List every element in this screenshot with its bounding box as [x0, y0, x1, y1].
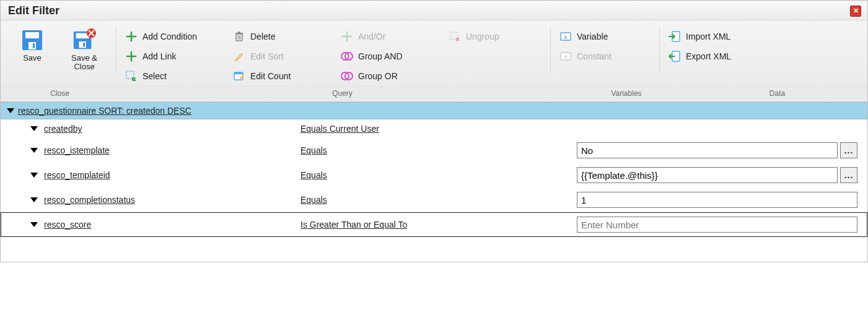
- condition-operator-link[interactable]: Equals: [300, 170, 327, 180]
- condition-operator-link[interactable]: Is Greater Than or Equal To: [300, 220, 407, 230]
- condition-operator-column: Is Greater Than or Equal To: [300, 220, 573, 230]
- expand-triangle-icon[interactable]: [30, 197, 38, 202]
- condition-field-link[interactable]: resco_completionstatus: [44, 195, 135, 205]
- condition-value-input[interactable]: [577, 217, 857, 233]
- ribbon-group-variables: x Variable π Constant: [551, 24, 659, 86]
- pencil-icon: [233, 50, 245, 62]
- and-or-button[interactable]: And/Or: [338, 27, 444, 46]
- ungroup-button[interactable]: Ungroup: [446, 27, 551, 46]
- svg-rect-3: [33, 43, 35, 48]
- condition-operator-column: Equals Current User: [300, 124, 573, 134]
- variable-icon: x: [559, 30, 572, 43]
- filter-condition-row[interactable]: resco_scoreIs Greater Than or Equal To: [1, 212, 867, 237]
- delete-label: Delete: [250, 32, 275, 41]
- select-icon: [125, 70, 138, 82]
- filter-condition-row[interactable]: resco_templateidEquals...: [1, 163, 867, 187]
- value-picker-button[interactable]: ...: [840, 167, 857, 183]
- condition-value-column: [577, 192, 862, 208]
- export-xml-button[interactable]: Export XML: [666, 46, 771, 66]
- import-xml-label: Import XML: [686, 32, 730, 41]
- condition-field-link[interactable]: resco_score: [44, 220, 91, 230]
- ribbon-group-close: Save Save & Close: [4, 24, 116, 86]
- ribbon-label-close: Close: [1, 86, 119, 101]
- edit-count-button[interactable]: Edit Count: [230, 66, 336, 86]
- svg-rect-6: [79, 41, 85, 48]
- and-or-label: And/Or: [358, 32, 385, 41]
- trash-icon: [233, 30, 245, 43]
- export-icon: [669, 50, 681, 62]
- condition-operator-column: Equals: [300, 145, 573, 155]
- window-close-button[interactable]: ✕: [850, 6, 861, 17]
- save-and-close-button[interactable]: Save & Close: [63, 27, 106, 73]
- ribbon: Save Save & Close Add Condition: [1, 20, 867, 102]
- constant-button[interactable]: π Constant: [557, 46, 662, 66]
- condition-field-column: createdby: [30, 124, 297, 134]
- ribbon-label-variables: Variables: [566, 86, 687, 101]
- condition-operator-link[interactable]: Equals Current User: [300, 124, 379, 134]
- export-xml-label: Export XML: [686, 51, 731, 61]
- plus-icon: [125, 30, 138, 43]
- ungroup-icon: [449, 30, 461, 43]
- add-condition-button[interactable]: Add Condition: [123, 27, 228, 46]
- ribbon-group-query: Add Condition Delete And/Or Ungroup: [116, 24, 550, 86]
- edit-sort-button[interactable]: Edit Sort: [230, 46, 336, 66]
- delete-button[interactable]: Delete: [230, 27, 336, 46]
- variable-button[interactable]: x Variable: [557, 27, 662, 46]
- filter-root-row[interactable]: resco_questionnaire SORT: createdon DESC: [1, 102, 867, 119]
- group-or-button[interactable]: Group OR: [338, 66, 444, 86]
- condition-field-link[interactable]: resco_istemplate: [44, 145, 110, 155]
- save-icon: [20, 28, 45, 53]
- ribbon-group-data: Import XML Export XML: [660, 24, 768, 86]
- edit-count-label: Edit Count: [250, 71, 291, 81]
- titlebar: Edit Filter ✕: [1, 1, 867, 20]
- expand-triangle-icon[interactable]: [30, 148, 38, 153]
- edit-count-icon: [233, 70, 245, 82]
- condition-operator-link[interactable]: Equals: [300, 195, 327, 205]
- group-or-icon: [341, 70, 353, 82]
- condition-operator-column: Equals: [300, 170, 573, 180]
- add-condition-label: Add Condition: [142, 32, 197, 41]
- group-and-button[interactable]: Group AND: [338, 46, 444, 66]
- save-close-icon: [72, 28, 97, 53]
- expand-triangle-icon[interactable]: [30, 222, 38, 227]
- ribbon-label-data: Data: [687, 86, 867, 101]
- select-label: Select: [142, 71, 167, 81]
- filter-condition-row[interactable]: createdbyEquals Current User: [1, 119, 867, 138]
- condition-field-column: resco_score: [30, 220, 297, 230]
- condition-field-link[interactable]: createdby: [44, 124, 82, 134]
- svg-text:x: x: [564, 33, 568, 40]
- condition-value-input[interactable]: [577, 142, 838, 158]
- expand-triangle-icon[interactable]: [30, 126, 38, 131]
- close-icon: ✕: [853, 7, 859, 14]
- add-link-label: Add Link: [142, 51, 176, 61]
- filter-condition-row[interactable]: resco_istemplateEquals...: [1, 138, 867, 163]
- ribbon-label-query: Query: [119, 86, 566, 101]
- expand-triangle-icon[interactable]: [30, 173, 38, 178]
- window-title: Edit Filter: [8, 4, 59, 17]
- filter-root-label[interactable]: resco_questionnaire SORT: createdon DESC: [18, 106, 191, 116]
- save-and-close-button-label: Save & Close: [64, 54, 105, 72]
- condition-value-input[interactable]: [577, 167, 838, 183]
- variable-label: Variable: [577, 32, 608, 41]
- filter-rows-container: createdbyEquals Current Userresco_istemp…: [1, 119, 867, 237]
- condition-field-link[interactable]: resco_templateid: [44, 170, 110, 180]
- import-xml-button[interactable]: Import XML: [666, 27, 771, 46]
- condition-operator-link[interactable]: Equals: [300, 145, 327, 155]
- value-picker-button[interactable]: ...: [840, 142, 857, 158]
- group-or-label: Group OR: [358, 71, 398, 81]
- svg-rect-11: [238, 32, 240, 33]
- add-link-button[interactable]: Add Link: [123, 46, 228, 66]
- save-button-label: Save: [23, 54, 42, 62]
- condition-value-input[interactable]: [577, 192, 857, 208]
- plus-disabled-icon: [341, 30, 353, 43]
- ribbon-group-labels: Close Query Variables Data: [1, 86, 867, 101]
- edit-filter-window: Edit Filter ✕ Save Save & Close: [0, 0, 868, 262]
- svg-rect-10: [235, 33, 243, 34]
- select-button[interactable]: Select: [123, 66, 228, 86]
- svg-rect-7: [83, 43, 85, 47]
- svg-rect-1: [25, 32, 39, 38]
- filter-condition-row[interactable]: resco_completionstatusEquals: [1, 187, 867, 212]
- condition-value-column: ...: [577, 167, 862, 183]
- constant-label: Constant: [577, 51, 612, 61]
- save-button[interactable]: Save: [11, 27, 54, 64]
